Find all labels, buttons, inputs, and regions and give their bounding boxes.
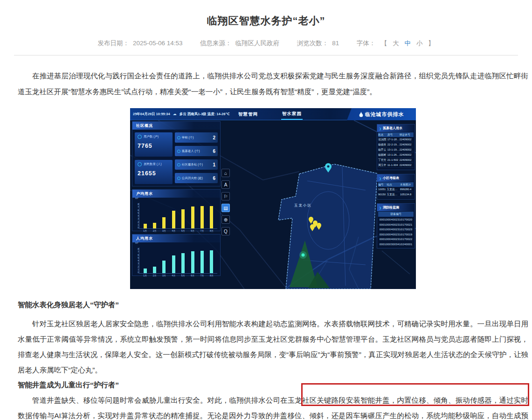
table-cell: 杨丽树 (378, 152, 387, 157)
bar-column: 3月 (161, 248, 167, 273)
glow-marker[interactable] (302, 254, 305, 257)
chevron-right-icon: ❯ (379, 206, 381, 209)
bar-column: 3月 (161, 203, 167, 228)
table-cell: 22409002 (400, 163, 414, 167)
section-heading-manhole: 智能井盖成为儿童出行“护行者” (18, 379, 528, 391)
section-heading-water-meter: 智能水表化身独居老人“守护者” (18, 299, 528, 310)
bar-column: 2月 (152, 248, 158, 273)
table-cell: 899280.4 (400, 187, 414, 192)
table-cell: 10051 (378, 187, 387, 192)
stat-label-text: 用户数 (户) (144, 135, 159, 139)
font-size-medium-button[interactable]: 中 (404, 40, 411, 47)
stat-card: 用户数 (户)7765 (135, 132, 173, 157)
hydrant-device-row[interactable]: 00010004002310170019 (377, 232, 415, 237)
map-tool-label-button[interactable]: A (221, 180, 230, 189)
column-header: 本期累计 (400, 182, 414, 187)
dash-nav: 智慧管网智水家园 (237, 108, 303, 120)
table-row[interactable]: 丁世芳21-1-50222409002 (378, 158, 414, 163)
stat-value: 21655 (138, 170, 170, 177)
column-header: 绑定表号 (400, 132, 414, 137)
hydrant-device-row[interactable]: 00010004002310170021 (377, 222, 415, 227)
font-size-small-button[interactable]: 小 (416, 40, 423, 47)
bracket-open: 【 (381, 40, 387, 47)
bar-column: 8月 (208, 203, 215, 228)
bar-7月 (200, 206, 204, 228)
chart-percapita-water: 人均用水 m³ 876543210 1月2月3月4月5月6月7月8月 (132, 234, 221, 276)
hydrant-device-row[interactable]: 00010004002310170023 (377, 227, 415, 232)
table-cell: 105134.8 (400, 192, 414, 197)
table-cell: 丁世芳 (378, 158, 387, 162)
bar-7月 (200, 251, 204, 273)
table-cell: 22409002 (400, 152, 414, 157)
y-tick: 2 (135, 265, 139, 268)
y-tick: 8 (135, 203, 139, 206)
x-tick: 5月 (181, 229, 185, 233)
map-tool-layers-button[interactable]: ▤ (221, 204, 230, 212)
y-tick: 5 (135, 212, 139, 214)
views-label: 浏览次数： (297, 40, 329, 47)
dash-nav-tab[interactable]: 智水家园 (281, 109, 303, 120)
table-cell: 22409002 (400, 137, 414, 142)
y-tick: 0 (135, 271, 139, 274)
chart-household-water: 户均用水 m³ 876543210 1月2月3月4月5月6月7月8月 (132, 189, 221, 231)
stat-value: 1 (213, 162, 215, 167)
table-row[interactable]: 90150玉龙花园…105134.8 (378, 192, 414, 197)
hydrant-device-row[interactable]: 00010004002310170020 (377, 217, 415, 222)
webpage: 临翔区智慧水务护“老小” 发布日期：2025-05-06 14:53 信息来源：… (0, 0, 532, 420)
hydrant-device-row[interactable]: 00010003003410240001 (377, 242, 415, 247)
table-cell: 玉龙花园… (387, 187, 400, 192)
bar-column: 4月 (170, 203, 177, 228)
x-tick: 2月 (153, 274, 157, 277)
table-header-row: 编号站点本期累计 (378, 182, 414, 187)
dash-nav-tab[interactable]: 智慧管网 (237, 110, 259, 119)
bar-4月 (172, 255, 175, 273)
table-cell: 22409002 (400, 147, 414, 152)
map-tool-poi-button[interactable]: ⚐ (221, 192, 230, 200)
map-tool-globe-button[interactable]: ⊕ (221, 215, 230, 224)
stat-icon (177, 150, 180, 153)
y-tick: 1 (135, 268, 139, 271)
font-size-large-button[interactable]: 大 (393, 40, 399, 47)
chevron-right-icon: ❯ (379, 127, 381, 130)
bar-column: 1月 (142, 203, 148, 228)
community-big-stats: 用户数 (户)7765居民数量 (人)21655 (135, 132, 173, 184)
table-header-row: 姓名房号绑定表号 (378, 132, 414, 137)
paragraph-water-meter: 针对玉龙社区独居老人居家安全隐患，临翔供排水公司利用智能水表构建起动态监测网络。… (18, 316, 528, 378)
table-row[interactable]: 10051玉龙花园…899280.4 (378, 187, 414, 192)
table-row[interactable]: 杨德英22-2-19...22409002 (378, 142, 414, 147)
y-tick: 4 (135, 259, 139, 262)
panel-title: 小区考核表 (383, 176, 399, 180)
table-cell: 13-1-26... (387, 152, 400, 157)
table-cell: 22409002 (400, 158, 414, 162)
bar-4月 (172, 211, 175, 228)
header-divider (14, 55, 518, 55)
hydrant-device-row[interactable]: 00010004002310170022 (377, 237, 415, 242)
stat-label-text: 公共消火栓 (处) (182, 176, 212, 180)
community-overview-panel: 社区概况 用户数 (户)7765居民数量 (人)21655 学校 (个)2孤寡老… (132, 121, 221, 186)
table-row[interactable]: 杨丽树13-1-26...22409002 (378, 152, 414, 158)
y-tick: 7 (135, 206, 139, 208)
stat-row: 公共消火栓 (处)6 (175, 173, 218, 183)
map-tool-home-button[interactable]: ⌂ (221, 169, 230, 177)
x-tick: 7月 (200, 229, 204, 233)
y-tick: 5 (135, 256, 139, 259)
x-tick: 8月 (210, 229, 214, 233)
table-row[interactable]: 杨开云13-1-19...22409002 (378, 147, 414, 152)
map-tool-search-button[interactable]: Q (221, 227, 230, 235)
table-row[interactable]: 周玉华11-1-30422409002 (378, 163, 414, 168)
y-tick: 4 (135, 214, 139, 217)
table-cell: 杨德英 (378, 142, 387, 147)
stat-value: 6 (213, 149, 215, 154)
bar-3月 (162, 217, 166, 228)
assessment-table: 编号站点本期累计10051玉龙花园…899280.490150玉龙花园…1051… (377, 182, 415, 198)
stat-row: 孤寡老人 (个)6 (175, 146, 218, 156)
x-tick: 4月 (172, 274, 175, 277)
table-cell: 17-1-18... (387, 137, 400, 142)
bar-column: 5月 (180, 203, 187, 228)
source-label: 信息来源： (200, 40, 232, 47)
bar-5月 (181, 253, 185, 273)
article-meta: 发布日期：2025-05-06 14:53 信息来源：临翔区人民政府 浏览次数：… (0, 39, 532, 48)
table-row[interactable]: 张治国17-1-18...22409002 (378, 137, 414, 142)
stat-icon (177, 163, 180, 166)
bar-1月 (144, 224, 147, 228)
